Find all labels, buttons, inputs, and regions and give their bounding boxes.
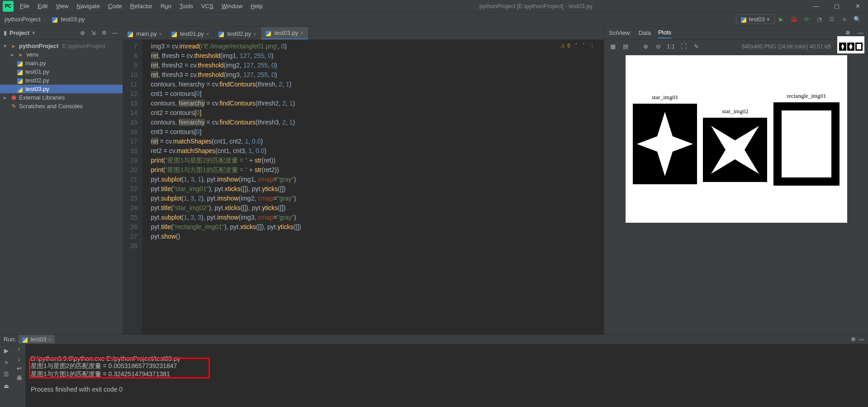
hide-icon[interactable]: —: [858, 29, 863, 36]
more-icon[interactable]: ⋮: [589, 43, 595, 49]
python-file-icon: [17, 86, 24, 92]
tree-file-test02[interactable]: test02.py: [0, 76, 123, 85]
close-icon[interactable]: ×: [206, 31, 209, 37]
tree-scratches[interactable]: ✎Scratches and Consoles: [0, 102, 123, 110]
zoom-in-icon[interactable]: ⊕: [640, 42, 650, 52]
svg-rect-6: [857, 44, 861, 49]
chevron-down-icon[interactable]: ˅: [582, 43, 585, 49]
menu-view[interactable]: View: [52, 1, 72, 11]
gear-icon[interactable]: ✲: [851, 336, 856, 343]
window-title: pythonProject [E:\pythonProject] - test0…: [266, 3, 806, 10]
run-nav: ↑ ↓ ↩ 🖶: [13, 344, 25, 407]
tab-test02[interactable]: test02.py×: [214, 28, 261, 39]
debug-button[interactable]: 🐞: [788, 14, 799, 25]
close-icon[interactable]: ×: [159, 31, 162, 37]
breadcrumb-root[interactable]: pythonProject: [5, 16, 41, 23]
plot-figure: star_img01 star_img02 rectangle_img01: [626, 55, 847, 223]
sciview-panel: SciView: Data Plots ✲ — ▦ ▤ ⊕ ⊖ 1:1 ⛶ ✎ …: [604, 26, 868, 335]
run-tab-test03[interactable]: test03×: [19, 335, 55, 344]
tab-test03[interactable]: test03.py×: [261, 27, 308, 39]
search-everywhere-button[interactable]: 🔍: [852, 14, 863, 25]
svg-rect-12: [782, 110, 831, 177]
gear-icon[interactable]: ✲: [845, 29, 850, 36]
tab-main[interactable]: main.py×: [123, 28, 167, 39]
profile-button[interactable]: ◔: [814, 14, 825, 25]
code-editor[interactable]: 7891011121314151617181920212223242526272…: [123, 40, 604, 335]
coverage-button[interactable]: ⟳: [801, 14, 812, 25]
close-icon[interactable]: ×: [48, 337, 51, 342]
sciview-tab-plots[interactable]: Plots: [658, 27, 671, 38]
rerun-button[interactable]: ▶: [2, 346, 11, 355]
expand-icon[interactable]: ⇲: [89, 29, 97, 37]
python-file-icon: [17, 60, 24, 67]
editor-area: main.py× test01.py× test02.py× test03.py…: [123, 26, 604, 335]
grid-icon[interactable]: ▦: [608, 42, 618, 52]
line-gutter: 7891011121314151617181920212223242526272…: [123, 40, 142, 335]
hide-icon[interactable]: —: [859, 336, 864, 343]
gear-icon[interactable]: ✲: [100, 29, 108, 37]
actual-size-icon[interactable]: 1:1: [666, 42, 676, 52]
console-output[interactable]: D:\python3.9.0\python.exe E:/pythonProje…: [25, 344, 868, 407]
tree-external-libraries[interactable]: ▸⬢External Libraries: [0, 93, 123, 102]
menu-navigate[interactable]: Navigate: [73, 1, 103, 11]
sciview-label: SciView:: [609, 29, 631, 36]
python-file-icon: [171, 30, 178, 37]
wrap-icon[interactable]: ↩: [17, 365, 22, 372]
up-icon[interactable]: ↑: [18, 346, 21, 353]
maximize-button[interactable]: ▢: [826, 0, 847, 13]
menu-run[interactable]: Run: [157, 1, 175, 11]
locate-icon[interactable]: ⊕: [78, 29, 86, 37]
close-button[interactable]: ✕: [847, 0, 868, 13]
project-panel-title: Project: [9, 29, 29, 36]
print-icon[interactable]: 🖶: [16, 374, 22, 381]
tree-file-test03[interactable]: test03.py: [0, 85, 123, 93]
tree-file-test01[interactable]: test01.py: [0, 67, 123, 76]
run-button[interactable]: ▶: [776, 14, 787, 25]
subplot-2: star_img02: [703, 96, 767, 182]
project-tree[interactable]: ▾▸ pythonProject E:\pythonProject ▸▸venv…: [0, 40, 123, 335]
main-menu: File Edit View Navigate Code Refactor Ru…: [16, 1, 266, 11]
close-icon[interactable]: ×: [300, 30, 303, 36]
project-tool-window: ▮ Project ▾ ⊕ ⇲ ✲ — ▾▸ pythonProject E:\…: [0, 26, 123, 335]
inspection-badge[interactable]: ⚠ 6˄˅⋮: [560, 43, 595, 49]
run-config-selector[interactable]: test03 ▾: [736, 14, 775, 24]
menu-refactor[interactable]: Refactor: [127, 1, 156, 11]
tab-test01[interactable]: test01.py×: [167, 28, 214, 39]
concurrency-button[interactable]: ☰: [826, 14, 837, 25]
color-picker-icon[interactable]: ✎: [691, 42, 701, 52]
menu-window[interactable]: Window: [218, 1, 246, 11]
run-label: Run:: [4, 336, 16, 343]
layout-icon[interactable]: ▤: [621, 42, 631, 52]
breadcrumb-file[interactable]: test03.py: [61, 16, 85, 23]
python-file-icon: [17, 77, 24, 84]
chevron-up-icon[interactable]: ˄: [575, 43, 578, 49]
menu-help[interactable]: Help: [247, 1, 266, 11]
down-icon[interactable]: ↓: [18, 355, 21, 362]
menu-tools[interactable]: Tools: [176, 1, 197, 11]
menu-edit[interactable]: Edit: [34, 1, 51, 11]
python-file-icon: [17, 68, 24, 75]
tree-project-root[interactable]: ▾▸ pythonProject E:\pythonProject: [0, 42, 123, 50]
code-content[interactable]: img3 = cv.imread(r'E:/image/rectangle01.…: [142, 40, 604, 335]
plot-viewport[interactable]: star_img01 star_img02 rectangle_img01: [604, 53, 868, 335]
close-icon[interactable]: ×: [253, 31, 256, 37]
layout-button[interactable]: ☰: [2, 369, 11, 378]
python-file-icon: [218, 30, 225, 37]
hide-icon[interactable]: —: [111, 29, 119, 37]
exit-button[interactable]: ⏏: [2, 381, 11, 390]
stop-button[interactable]: ■: [2, 358, 11, 367]
tree-file-main[interactable]: main.py: [0, 59, 123, 67]
menu-vcs[interactable]: VCS: [198, 1, 217, 11]
app-logo: PC: [3, 1, 14, 12]
fit-icon[interactable]: ⛶: [678, 42, 688, 52]
run-toolbar: ▶ ■ ☰ ⏏: [0, 344, 13, 407]
minimize-button[interactable]: —: [806, 0, 826, 13]
stop-button[interactable]: ■: [839, 14, 850, 25]
tree-venv[interactable]: ▸▸venv: [0, 50, 123, 59]
title-bar: PC File Edit View Navigate Code Refactor…: [0, 0, 868, 13]
menu-file[interactable]: File: [16, 1, 33, 11]
menu-code[interactable]: Code: [104, 1, 126, 11]
subplot-3: rectangle_img01: [773, 92, 840, 186]
sciview-tab-data[interactable]: Data: [639, 28, 651, 38]
zoom-out-icon[interactable]: ⊖: [653, 42, 663, 52]
